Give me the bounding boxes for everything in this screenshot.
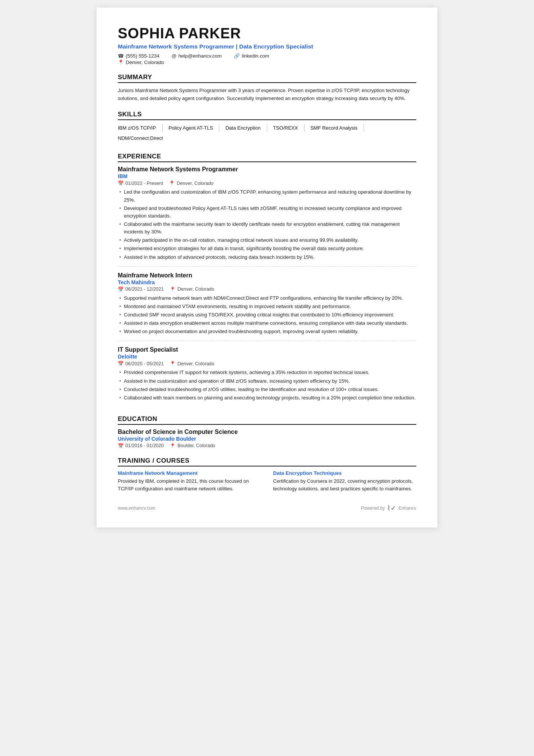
edu-location: 📍 Boulder, Colorado	[170, 443, 215, 449]
phone-icon: ☎	[118, 53, 124, 59]
company-name: IBM	[118, 173, 416, 179]
job-meta: 📅 06/2020 - 05/2021 📍 Denver, Colorado	[118, 361, 416, 366]
bullet-item: Worked on project documentation and prov…	[118, 328, 416, 335]
bullet-item: Collaborated with team members on planni…	[118, 394, 416, 402]
skills-section-title: SKILLS	[118, 111, 416, 120]
skill-tag: SMF Record Analysis	[311, 124, 364, 132]
job-dates: 📅 01/2022 - Present	[118, 180, 163, 186]
training-section-title: TRAINING / COURSES	[118, 457, 416, 466]
experience-section: EXPERIENCE Mainframe Network Systems Pro…	[118, 153, 416, 407]
skills-section: SKILLS IBM z/OS TCP/IPPolicy Agent AT-TL…	[118, 111, 416, 144]
email-contact: @ help@enhancv.com	[172, 53, 222, 59]
job-meta: 📅 01/2022 - Present 📍 Denver, Colorado	[118, 180, 416, 186]
bullet-item: Conducted detailed troubleshooting of z/…	[118, 386, 416, 393]
edu-degree: Bachelor of Science in Computer Science	[118, 429, 416, 435]
skill-tag: TSO/REXX	[273, 124, 304, 132]
training-item-desc: Certification by Coursera in 2022, cover…	[273, 477, 416, 493]
linkedin-contact: 🔗 linkedin.com	[234, 53, 269, 59]
enhancv-branding: Powered by ⌇✓ Enhancv	[361, 504, 416, 512]
job-dates: 📅 06/2020 - 05/2021	[118, 361, 164, 366]
summary-text: Juniors Mainframe Network Systems Progra…	[118, 87, 416, 103]
linkedin-value: linkedin.com	[242, 53, 269, 59]
bullet-item: Provided comprehensive IT support for ne…	[118, 369, 416, 376]
training-item: Mainframe Network ManagementProvided by …	[118, 470, 261, 493]
training-item-title: Mainframe Network Management	[118, 470, 261, 476]
skill-tag: IBM z/OS TCP/IP	[118, 124, 162, 132]
job-title: Mainframe Network Systems Programmer	[118, 166, 416, 173]
linkedin-icon: 🔗	[234, 53, 240, 59]
edu-school: University of Colorado Boulder	[118, 436, 416, 442]
candidate-name: SOPHIA PARKER	[118, 26, 416, 42]
skill-tag: NDM/Connect:Direct	[118, 134, 169, 142]
job-title: Mainframe Network Intern	[118, 272, 416, 279]
training-section: TRAINING / COURSES Mainframe Network Man…	[118, 457, 416, 493]
job-location: 📍 Denver, Colorado	[170, 361, 214, 366]
job-title: IT Support Specialist	[118, 346, 416, 353]
bullet-item: Collaborated with the mainframe security…	[118, 221, 416, 236]
phone-contact: ☎ (555) 555-1234	[118, 53, 159, 59]
location-contact: 📍 Denver, Colorado	[118, 59, 164, 65]
email-value: help@enhancv.com	[178, 53, 222, 59]
contact-row: ☎ (555) 555-1234 @ help@enhancv.com 🔗 li…	[118, 53, 416, 59]
training-item: Data Encryption TechniquesCertification …	[273, 470, 416, 493]
education-section: EDUCATION Bachelor of Science in Compute…	[118, 415, 416, 449]
bullet-item: Developed and troubleshooted Policy Agen…	[118, 205, 416, 220]
location-pin-icon: 📍	[170, 361, 176, 366]
calendar-icon: 📅	[118, 180, 124, 186]
location-row: 📍 Denver, Colorado	[118, 59, 416, 65]
bullet-item: Implemented encryption strategies for al…	[118, 245, 416, 252]
training-item-title: Data Encryption Techniques	[273, 470, 416, 476]
enhancv-logo-icon: ⌇✓	[387, 504, 396, 512]
location-pin-icon: 📍	[170, 286, 176, 292]
footer: www.enhancv.com Powered by ⌇✓ Enhancv	[118, 504, 416, 512]
bullet-item: Supported mainframe network team with ND…	[118, 294, 416, 302]
brand-name: Enhancv	[398, 506, 416, 511]
location-icon: 📍	[118, 59, 124, 65]
bullet-item: Assisted in data encryption enablement a…	[118, 319, 416, 327]
experience-item: Mainframe Network InternTech Mahindra 📅 …	[118, 272, 416, 341]
location-value: Denver, Colorado	[126, 59, 164, 65]
bullet-item: Assisted in the customization and operat…	[118, 377, 416, 385]
training-grid: Mainframe Network ManagementProvided by …	[118, 470, 416, 493]
skill-tag: Policy Agent AT-TLS	[169, 124, 220, 132]
skills-list: IBM z/OS TCP/IPPolicy Agent AT-TLSData E…	[118, 124, 416, 144]
summary-section-title: SUMMARY	[118, 74, 416, 83]
job-meta: 📅 06/2021 - 12/2021 📍 Denver, Colorado	[118, 286, 416, 292]
edu-meta: 📅 01/2016 - 01/2020 📍 Boulder, Colorado	[118, 443, 416, 449]
bullet-item: Led the configuration and customization …	[118, 188, 416, 203]
company-name: Deloitte	[118, 354, 416, 360]
experience-item: Mainframe Network Systems ProgrammerIBM …	[118, 166, 416, 266]
job-dates: 📅 06/2021 - 12/2021	[118, 286, 164, 292]
job-bullets: Provided comprehensive IT support for ne…	[118, 369, 416, 402]
email-icon: @	[172, 53, 176, 59]
phone-value: (555) 555-1234	[126, 53, 159, 59]
bullet-item: Conducted SMF record analysis using TSO/…	[118, 311, 416, 319]
experience-item: IT Support SpecialistDeloitte 📅 06/2020 …	[118, 346, 416, 407]
education-section-title: EDUCATION	[118, 415, 416, 425]
resume-page: SOPHIA PARKER Mainframe Network Systems …	[97, 8, 437, 527]
bullet-item: Assisted in the adoption of advanced pro…	[118, 254, 416, 261]
header: SOPHIA PARKER Mainframe Network Systems …	[118, 26, 416, 65]
edu-dates: 📅 01/2016 - 01/2020	[118, 443, 164, 449]
summary-section: SUMMARY Juniors Mainframe Network System…	[118, 74, 416, 103]
job-bullets: Supported mainframe network team with ND…	[118, 294, 416, 336]
location-pin-icon: 📍	[169, 180, 175, 186]
job-bullets: Led the configuration and customization …	[118, 188, 416, 261]
company-name: Tech Mahindra	[118, 279, 416, 285]
education-list: Bachelor of Science in Computer ScienceU…	[118, 429, 416, 449]
experience-section-title: EXPERIENCE	[118, 153, 416, 162]
skill-tag: Data Encryption	[225, 124, 267, 132]
powered-by-label: Powered by	[361, 506, 385, 511]
calendar-icon: 📅	[118, 443, 124, 449]
job-location: 📍 Denver, Colorado	[170, 286, 214, 292]
bullet-item: Actively participated in the on-call rot…	[118, 236, 416, 244]
candidate-title: Mainframe Network Systems Programmer | D…	[118, 43, 416, 50]
footer-website: www.enhancv.com	[118, 506, 155, 511]
location-pin-icon: 📍	[170, 443, 176, 449]
training-item-desc: Provided by IBM, completed in 2021, this…	[118, 477, 261, 493]
calendar-icon: 📅	[118, 286, 124, 292]
job-location: 📍 Denver, Colorado	[169, 180, 213, 186]
calendar-icon: 📅	[118, 361, 124, 366]
jobs-list: Mainframe Network Systems ProgrammerIBM …	[118, 166, 416, 407]
bullet-item: Monitored and maintained VTAM environmen…	[118, 303, 416, 310]
